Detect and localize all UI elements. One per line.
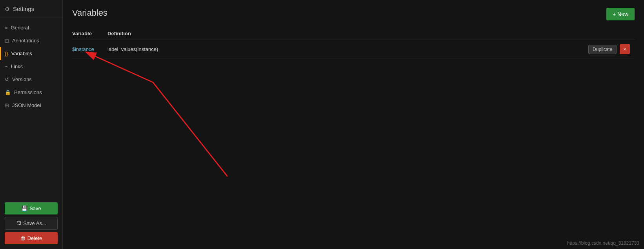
save-icon: 💾 [21,205,27,211]
col-definition: Definition [107,27,395,40]
new-button[interactable]: + New [606,8,635,20]
delete-icon: 🗑 [20,235,25,241]
sidebar-item-links[interactable]: ⌁ Links [0,60,62,73]
main-content: Variables + New Variable Definition $ins… [63,0,644,249]
save-button[interactable]: 💾 Save [5,202,58,214]
lock-icon: 🔒 [5,89,11,95]
page-title: Variables [72,8,635,18]
json-model-icon: ⊞ [5,102,9,108]
save-as-icon: 🖫 [16,220,21,226]
sidebar-item-versions[interactable]: ↺ Versions [0,73,62,86]
links-icon: ⌁ [5,64,8,69]
sidebar-item-general[interactable]: ≡ General [0,21,62,34]
variables-icon: {} [5,51,8,56]
variable-definition-cell: label_values(instance) [107,40,395,58]
sidebar-item-json-model[interactable]: ⊞ JSON Model [0,99,62,112]
svg-line-1 [92,55,153,82]
remove-button[interactable]: × [620,44,630,54]
sidebar-actions: 💾 Save 🖫 Save As... 🗑 Delete [0,198,62,249]
sidebar: ⚙ Settings ≡ General ◻ Annotations {} Va… [0,0,63,249]
sidebar-item-annotations[interactable]: ◻ Annotations [0,34,62,47]
sidebar-item-label: Permissions [14,89,42,95]
variable-name-cell: $instance [72,40,107,58]
versions-icon: ↺ [5,76,9,82]
sidebar-item-label: General [11,25,29,31]
sidebar-item-label: Variables [11,51,32,56]
variable-actions-cell: Duplicate × [395,40,635,58]
annotations-icon: ◻ [5,38,9,44]
gear-icon: ⚙ [5,6,10,12]
sidebar-title-label: Settings [13,5,34,12]
col-variable: Variable [72,27,107,40]
svg-line-2 [153,82,227,176]
duplicate-button[interactable]: Duplicate [588,45,617,54]
general-icon: ≡ [5,25,8,31]
footer-url: https://blog.csdn.net/qq_31821733 [567,240,639,246]
sidebar-item-label: JSON Model [12,102,41,108]
save-as-button[interactable]: 🖫 Save As... [5,217,58,230]
sidebar-item-permissions[interactable]: 🔒 Permissions [0,86,62,99]
delete-button[interactable]: 🗑 Delete [5,232,58,244]
settings-title: ⚙ Settings [0,0,62,18]
sidebar-item-label: Annotations [12,38,39,44]
sidebar-item-variables[interactable]: {} Variables [0,47,62,60]
sidebar-nav: ≡ General ◻ Annotations {} Variables ⌁ L… [0,18,62,198]
sidebar-item-label: Links [11,64,23,69]
table-row: $instance label_values(instance) Duplica… [72,40,635,58]
variables-table: Variable Definition $instance label_valu… [72,27,635,58]
sidebar-item-label: Versions [12,76,32,82]
